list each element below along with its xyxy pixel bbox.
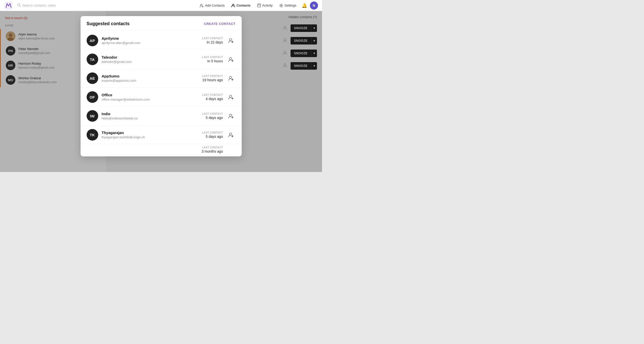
main-content: Not in touch (0) NAME Arjen Iwema arjen.… — [0, 11, 322, 172]
contacts-icon — [231, 4, 235, 8]
add-suggested-contact-button[interactable] — [227, 111, 236, 120]
suggested-info: Taleodor taleodor@gmail.com — [102, 55, 189, 64]
top-navigation: Search contacts, notes Add Contacts Cont… — [0, 0, 322, 11]
svg-point-35 — [229, 114, 232, 116]
suggested-email: taleodor@gmail.com — [102, 60, 189, 64]
suggested-email: aprilynne.alter@gmail.com — [102, 41, 189, 45]
suggested-info: Thyagarajan thyagarajan.karthik@unige.ch — [102, 131, 189, 139]
last-contact-value: 5 days ago — [193, 116, 223, 120]
suggested-avatar: TA — [87, 54, 98, 65]
suggested-contact-row: TK Thyagarajan thyagarajan.karthik@unige… — [81, 125, 242, 144]
svg-point-23 — [229, 39, 232, 41]
suggested-name: Office — [102, 93, 189, 97]
suggested-name: Aprilynne — [102, 36, 189, 40]
user-avatar[interactable]: N — [310, 2, 318, 10]
svg-point-32 — [229, 95, 232, 98]
settings-button[interactable]: Settings — [277, 2, 299, 9]
app-logo[interactable] — [4, 1, 13, 10]
suggested-avatar: TK — [87, 129, 98, 141]
suggested-last-contact: LAST CONTACT 5 days ago — [193, 112, 223, 120]
last-contact-value: 3 months ago — [193, 149, 223, 153]
search-icon — [17, 3, 21, 8]
last-contact-value: 4 days ago — [193, 97, 223, 101]
add-suggested-contact-button[interactable] — [227, 93, 236, 102]
add-suggested-contact-button[interactable] — [227, 55, 236, 64]
suggested-last-contact: LAST CONTACT 3 months ago — [193, 146, 223, 153]
activity-button[interactable]: Activity — [255, 2, 275, 9]
suggested-info: Indie hello@indieworldwide.co — [102, 112, 189, 120]
search-bar[interactable]: Search contacts, notes — [17, 3, 88, 8]
suggested-name: Taleodor — [102, 55, 189, 59]
contacts-button[interactable]: Contacts — [229, 2, 253, 9]
suggested-contact-row: TA Taleodor taleodor@gmail.com LAST CONT… — [81, 50, 242, 69]
modal-overlay[interactable]: Suggested contacts CREATE CONTACT AP Apr… — [0, 11, 322, 172]
modal-header: Suggested contacts CREATE CONTACT — [81, 16, 242, 30]
modal-title: Suggested contacts — [87, 21, 130, 26]
search-placeholder: Search contacts, notes — [22, 4, 56, 7]
last-contact-label: LAST CONTACT — [193, 146, 223, 149]
suggested-email: thyagarajan.karthik@unige.ch — [102, 135, 189, 139]
modal-body: AP Aprilynne aprilynne.alter@gmail.com L… — [81, 30, 242, 156]
add-suggested-contact-button[interactable] — [227, 130, 236, 139]
suggested-contact-row: LAST CONTACT 3 months ago — [81, 144, 242, 155]
last-contact-value: In 5 hours — [193, 59, 223, 63]
suggested-contact-row: AP Aprilynne aprilynne.alter@gmail.com L… — [81, 31, 242, 50]
last-contact-label: LAST CONTACT — [193, 56, 223, 59]
suggested-last-contact: LAST CONTACT In 5 hours — [193, 56, 223, 63]
suggested-contact-row: AE AppSumo experts@appsumo.com LAST CONT… — [81, 69, 242, 88]
contacts-label: Contacts — [236, 4, 251, 7]
last-contact-value: In 22 days — [193, 40, 223, 44]
last-contact-label: LAST CONTACT — [193, 37, 223, 40]
svg-point-11 — [281, 5, 282, 6]
notifications-button[interactable]: 🔔 — [300, 2, 308, 10]
suggested-email: experts@appsumo.com — [102, 79, 189, 82]
suggested-avatar: AP — [87, 35, 98, 46]
suggested-info: AppSumo experts@appsumo.com — [102, 74, 189, 82]
svg-point-26 — [229, 58, 232, 60]
suggested-info: Office office.manager@wtiadvisors.com — [102, 93, 189, 101]
suggested-avatar: OF — [87, 91, 98, 103]
add-suggested-contact-button[interactable] — [227, 36, 236, 45]
suggested-contact-row: IW Indie hello@indieworldwide.co LAST CO… — [81, 107, 242, 125]
last-contact-label: LAST CONTACT — [193, 94, 223, 96]
svg-line-2 — [20, 6, 21, 7]
suggested-name: Thyagarajan — [102, 131, 189, 135]
svg-point-29 — [229, 76, 232, 79]
nav-actions: Add Contacts Contacts Activity Setting — [197, 2, 318, 10]
add-contacts-button[interactable]: Add Contacts — [197, 2, 227, 9]
last-contact-label: LAST CONTACT — [193, 75, 223, 77]
suggested-email: hello@indieworldwide.co — [102, 116, 189, 120]
suggested-contact-row: OF Office office.manager@wtiadvisors.com… — [81, 88, 242, 107]
last-contact-label: LAST CONTACT — [193, 112, 223, 115]
suggested-contacts-modal: Suggested contacts CREATE CONTACT AP Apr… — [81, 16, 242, 156]
suggested-avatar: IW — [87, 110, 98, 122]
add-contacts-icon — [200, 4, 204, 8]
suggested-avatar: AE — [87, 72, 98, 84]
suggested-last-contact: LAST CONTACT 19 hours ago — [193, 75, 223, 82]
activity-label: Activity — [262, 4, 273, 7]
suggested-email: office.manager@wtiadvisors.com — [102, 98, 189, 101]
activity-icon — [257, 4, 261, 8]
suggested-last-contact: LAST CONTACT 5 days ago — [193, 131, 223, 139]
suggested-last-contact: LAST CONTACT 4 days ago — [193, 94, 223, 101]
svg-rect-7 — [258, 4, 261, 7]
suggested-name: AppSumo — [102, 74, 189, 78]
last-contact-value: 5 days ago — [193, 135, 223, 139]
suggested-name: Indie — [102, 112, 189, 116]
add-suggested-contact-button[interactable] — [227, 74, 236, 83]
create-contact-button[interactable]: CREATE CONTACT — [204, 22, 236, 26]
last-contact-label: LAST CONTACT — [193, 131, 223, 134]
last-contact-value: 19 hours ago — [193, 78, 223, 82]
settings-label: Settings — [284, 4, 296, 7]
suggested-info: Aprilynne aprilynne.alter@gmail.com — [102, 36, 189, 45]
svg-point-38 — [229, 133, 232, 135]
suggested-last-contact: LAST CONTACT In 22 days — [193, 37, 223, 44]
settings-icon — [279, 4, 283, 8]
add-contacts-label: Add Contacts — [205, 4, 225, 7]
